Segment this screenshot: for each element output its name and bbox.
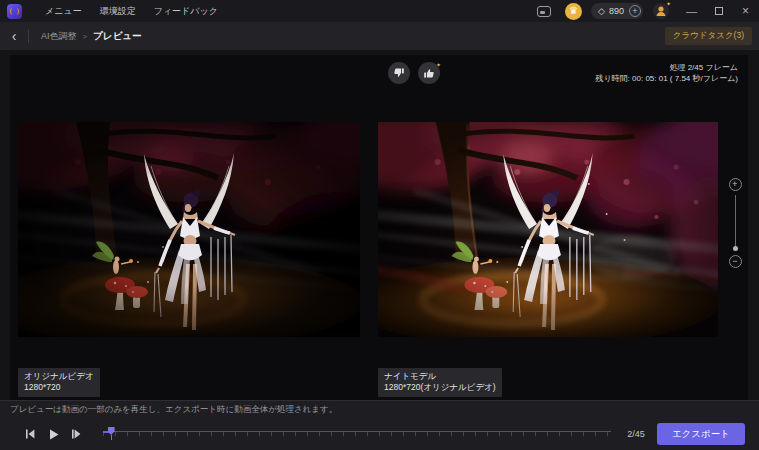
video-original xyxy=(18,122,360,337)
breadcrumb-section: AI色調整 xyxy=(41,30,77,43)
gem-icon: ◇ xyxy=(598,6,605,16)
timeline-slider[interactable] xyxy=(103,427,611,441)
menu-bar: メニュー 環境設定 フィードバック xyxy=(36,0,227,22)
menu-item-menu[interactable]: メニュー xyxy=(36,0,91,22)
thumbs-down-button[interactable] xyxy=(388,62,410,84)
rating-buttons: ✦ xyxy=(388,62,440,84)
mini-mode-icon[interactable] xyxy=(537,6,551,17)
cloud-task-button[interactable]: クラウドタスク(3) xyxy=(665,27,752,45)
zoom-slider-handle[interactable] xyxy=(733,246,738,251)
export-button[interactable]: エクスポート xyxy=(657,423,745,445)
thumbs-up-icon xyxy=(423,67,435,79)
titlebar-right: ♛ ◇ 890 + ✦ — × xyxy=(537,0,759,22)
play-button[interactable] xyxy=(45,425,61,443)
menu-item-preferences[interactable]: 環境設定 xyxy=(91,0,145,22)
enhanced-video-resolution: 1280*720(オリジナルビデオ) xyxy=(384,382,496,393)
app-window: メニュー 環境設定 フィードバック ♛ ◇ 890 + ✦ — × xyxy=(0,0,759,450)
app-logo-icon xyxy=(7,4,22,19)
timeline-handle-stem xyxy=(111,435,112,440)
back-button[interactable]: ‹ xyxy=(0,23,28,49)
vip-crown-button[interactable]: ♛ xyxy=(565,3,582,20)
close-button[interactable]: × xyxy=(732,0,759,22)
playback-controls-bar: 2/45 エクスポート xyxy=(0,418,759,450)
enhanced-video-label: ナイトモデル 1280*720(オリジナルビデオ) xyxy=(378,368,502,397)
menu-item-feedback[interactable]: フィードバック xyxy=(145,0,227,22)
time-remaining: 残り時間: 00: 05: 01 ( 7.54 秒/フレーム) xyxy=(595,73,738,84)
nav-bar: ‹ AI色調整 > プレビュー クラウドタスク(3) xyxy=(0,22,759,50)
processing-frames: 処理 2/45 フレーム xyxy=(595,62,738,73)
star-badge-icon: ✦ xyxy=(666,0,671,7)
video-enhanced xyxy=(378,122,718,337)
maximize-button[interactable] xyxy=(705,0,732,22)
timeline-ticks xyxy=(103,432,611,436)
previous-frame-button[interactable] xyxy=(22,425,38,443)
next-frame-button[interactable] xyxy=(68,425,84,443)
breadcrumb-current: プレビュー xyxy=(93,30,141,43)
user-account-button[interactable]: ✦ xyxy=(652,2,670,20)
minimize-button[interactable]: — xyxy=(678,0,705,22)
video-original-frame xyxy=(18,122,360,337)
points-pill[interactable]: ◇ 890 + xyxy=(591,3,643,19)
preview-notice-text: プレビューは動画の一部のみを再生し、エクスポート時に動画全体が処理されます。 xyxy=(10,404,337,416)
breadcrumb-separator: > xyxy=(83,32,88,41)
video-enhanced-frame xyxy=(378,122,718,337)
processing-status: 処理 2/45 フレーム 残り時間: 00: 05: 01 ( 7.54 秒/フ… xyxy=(595,62,738,84)
zoom-out-button[interactable]: − xyxy=(729,255,742,268)
zoom-slider-track[interactable] xyxy=(735,195,736,247)
enhanced-video-title: ナイトモデル xyxy=(384,371,496,382)
notice-bar: プレビューは動画の一部のみを再生し、エクスポート時に動画全体が処理されます。 xyxy=(0,400,759,418)
points-value: 890 xyxy=(609,6,624,16)
original-video-resolution: 1280*720 xyxy=(24,382,94,393)
play-icon xyxy=(47,428,60,441)
sparkle-icon: ✦ xyxy=(436,61,441,68)
previous-frame-icon xyxy=(24,428,36,440)
maximize-icon xyxy=(715,7,723,15)
next-frame-icon xyxy=(70,428,82,440)
add-points-button[interactable]: + xyxy=(629,5,641,17)
nav-divider xyxy=(28,30,29,43)
frame-counter: 2/45 xyxy=(627,429,645,439)
titlebar: メニュー 環境設定 フィードバック ♛ ◇ 890 + ✦ — × xyxy=(0,0,759,22)
original-video-title: オリジナルビデオ xyxy=(24,371,94,382)
thumbs-up-button[interactable]: ✦ xyxy=(418,62,440,84)
zoom-control: + − xyxy=(727,178,743,268)
preview-panel: ✦ 処理 2/45 フレーム 残り時間: 00: 05: 01 ( 7.54 秒… xyxy=(10,55,748,400)
thumbs-down-icon xyxy=(393,67,405,79)
crown-icon: ♛ xyxy=(569,6,578,16)
original-video-label: オリジナルビデオ 1280*720 xyxy=(18,368,100,397)
zoom-in-button[interactable]: + xyxy=(729,178,742,191)
